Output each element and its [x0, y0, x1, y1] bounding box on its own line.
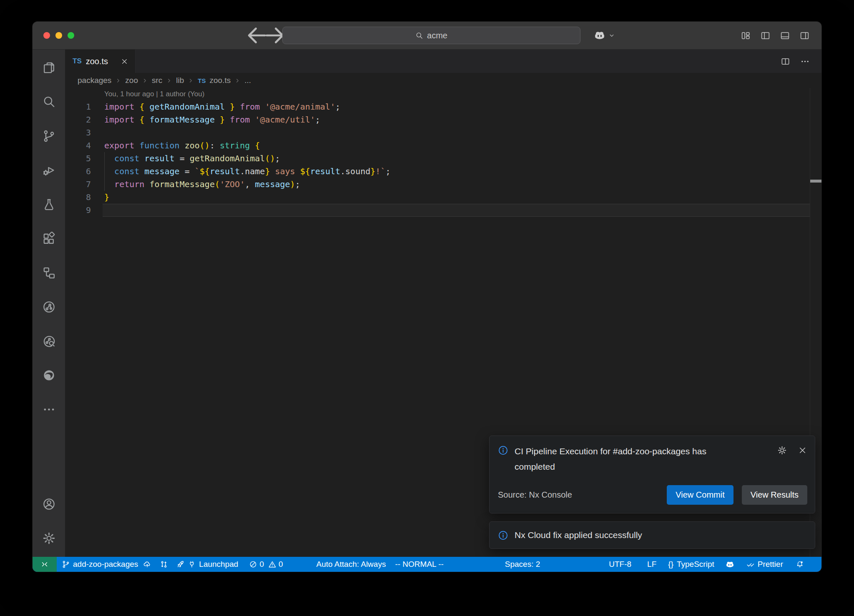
code-line-6[interactable]: 6 const message = `${result.name} says $…: [65, 165, 821, 178]
code-line-1[interactable]: 1import { getRandomAnimal } from '@acme/…: [65, 100, 821, 113]
overview-ruler-cursor-marker: [810, 180, 821, 183]
line-number[interactable]: 3: [65, 126, 91, 139]
tab-label: zoo.ts: [86, 57, 108, 66]
breadcrumb-item-lib[interactable]: lib: [176, 76, 184, 85]
line-number[interactable]: 9: [65, 204, 91, 217]
activity-remote-hierarchy[interactable]: [33, 255, 65, 290]
chevron-right-icon: [234, 78, 241, 84]
line-number[interactable]: 1: [65, 100, 91, 113]
search-icon: [415, 32, 423, 40]
breadcrumb-overflow[interactable]: ...: [244, 76, 251, 85]
notification-source: Source: Nx Console: [498, 490, 572, 500]
remote-icon: [40, 560, 49, 568]
activity-edge-tools[interactable]: [33, 358, 65, 392]
code-line-3[interactable]: 3: [65, 126, 821, 139]
nx-cloud-icon: [42, 334, 56, 348]
activity-testing[interactable]: [33, 187, 65, 221]
code-line-2[interactable]: 2import { formatMessage } from '@acme/ut…: [65, 113, 821, 126]
eol-item[interactable]: LF: [647, 557, 656, 572]
window-controls: [43, 32, 74, 39]
prettier-item[interactable]: Prettier: [746, 557, 783, 572]
chevron-down-icon: [608, 32, 615, 39]
copilot-item[interactable]: [725, 557, 735, 572]
close-window-button[interactable]: [43, 32, 50, 39]
nx-console-icon: [42, 300, 56, 314]
code-line-5[interactable]: 5 const result = getRandomAnimal();: [65, 152, 821, 165]
activity-source-control[interactable]: [33, 119, 65, 153]
line-number[interactable]: 5: [65, 152, 91, 165]
auto-attach-item[interactable]: Auto Attach: Always: [316, 557, 386, 572]
vscode-window: acme TS zoo.ts: [33, 22, 821, 572]
code-line-8[interactable]: 8}: [65, 191, 821, 204]
indent-guide: [104, 152, 105, 191]
compare-item[interactable]: [160, 557, 168, 572]
error-icon: [249, 560, 257, 568]
toggle-panel-button[interactable]: [780, 30, 790, 41]
line-number[interactable]: 7: [65, 178, 91, 191]
activity-settings[interactable]: [33, 521, 65, 555]
code-line-7[interactable]: 7 return formatMessage('ZOO', message);: [65, 178, 821, 191]
search-icon: [42, 95, 56, 109]
minimize-window-button[interactable]: [55, 32, 62, 39]
encoding-item[interactable]: UTF-8: [609, 557, 631, 572]
copilot-menu-button[interactable]: [593, 22, 615, 49]
activity-account[interactable]: [33, 487, 65, 521]
spaces-item[interactable]: Spaces: 2: [505, 557, 540, 572]
activity-search[interactable]: [33, 85, 65, 119]
view-commit-button[interactable]: View Commit: [667, 485, 733, 505]
toggle-secondary-sidebar-button[interactable]: [799, 30, 810, 41]
notification-settings-button[interactable]: [777, 446, 787, 455]
info-icon: [498, 445, 508, 456]
code-line-4[interactable]: 4export function zoo(): string {: [65, 139, 821, 152]
split-editor-button[interactable]: [781, 57, 790, 66]
line-number[interactable]: 2: [65, 113, 91, 126]
breadcrumb-item-packages[interactable]: packages: [78, 76, 111, 85]
branch-item-label: add-zoo-packages: [73, 560, 138, 569]
editor-more-actions-button[interactable]: [800, 57, 810, 66]
activity-extensions[interactable]: [33, 221, 65, 255]
line-content: const result = getRandomAnimal();: [104, 152, 280, 165]
desktop-background: acme TS zoo.ts: [0, 0, 854, 616]
breadcrumb-item-zoo[interactable]: zoo: [125, 76, 138, 85]
line-content: import { formatMessage } from '@acme/uti…: [104, 113, 320, 126]
activity-more-views[interactable]: [33, 392, 65, 426]
bell-item[interactable]: [796, 557, 804, 572]
activity-nx-cloud[interactable]: [33, 324, 65, 358]
source-control-icon: [42, 129, 56, 143]
line-number[interactable]: 8: [65, 191, 91, 204]
activity-explorer[interactable]: [33, 50, 65, 85]
tab-zoo-ts[interactable]: TS zoo.ts: [65, 50, 136, 73]
activity-run-debug[interactable]: [33, 153, 65, 187]
branch-item[interactable]: add-zoo-packages: [62, 557, 151, 572]
line-content: }: [104, 191, 109, 204]
view-results-button[interactable]: View Results: [742, 485, 807, 505]
language-item[interactable]: {}TypeScript: [668, 557, 714, 572]
launchpad-item[interactable]: Launchpad: [176, 557, 238, 572]
notification-close-button[interactable]: [798, 446, 807, 455]
problems-item[interactable]: 00: [249, 557, 283, 572]
encoding-item-label: UTF-8: [609, 560, 631, 569]
breadcrumb: packageszoosrclibTSzoo.ts...: [65, 73, 821, 88]
vim-mode-item[interactable]: -- NORMAL --: [395, 557, 443, 572]
language-item-label: {}: [668, 560, 673, 569]
line-number[interactable]: 6: [65, 165, 91, 178]
activity-nx-console[interactable]: [33, 290, 65, 324]
activity-bar: [33, 50, 65, 557]
command-center-search[interactable]: acme: [282, 27, 580, 44]
remote-indicator[interactable]: [33, 557, 57, 572]
typescript-file-icon: TS: [73, 57, 82, 65]
auto-attach-item-label: Auto Attach: Always: [316, 560, 386, 569]
chevron-right-icon: [115, 78, 121, 84]
line-number[interactable]: 4: [65, 139, 91, 152]
warning-icon: [268, 560, 276, 568]
breadcrumb-item-src[interactable]: src: [152, 76, 162, 85]
breadcrumb-item-file[interactable]: zoo.ts: [210, 76, 231, 85]
customize-layout-button[interactable]: [741, 30, 751, 41]
tab-close-button[interactable]: [121, 58, 128, 65]
toggle-primary-sidebar-button[interactable]: [760, 30, 771, 41]
vim-mode-item-label: -- NORMAL --: [395, 560, 443, 569]
title-bar: acme: [33, 22, 821, 50]
notification-toast-ci: CI Pipeline Execution for #add-zoo-packa…: [489, 436, 815, 513]
zoom-window-button[interactable]: [68, 32, 74, 39]
inline-blame-annotation[interactable]: You, 1 hour ago | 1 author (You): [65, 88, 821, 100]
